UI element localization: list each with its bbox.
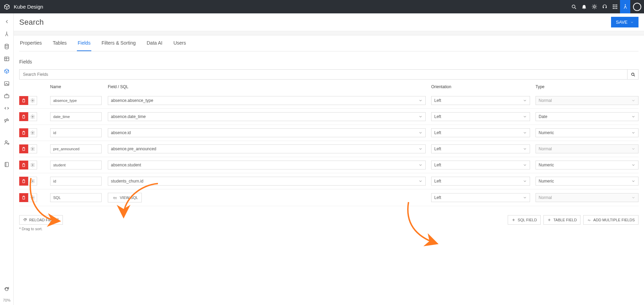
tab-users[interactable]: Users <box>173 35 187 51</box>
row-settings-button[interactable] <box>28 161 37 169</box>
type-select[interactable]: Numeric <box>536 161 639 169</box>
table-header: Name Field / SQL Orientation Type <box>19 80 639 93</box>
field-sql-select[interactable]: absence.absence_type <box>108 96 426 105</box>
col-field: Field / SQL <box>108 84 426 89</box>
field-name-input[interactable] <box>50 144 102 153</box>
left-rail: 70% <box>0 13 14 305</box>
rail-tables[interactable] <box>0 52 14 65</box>
field-name-input[interactable] <box>50 96 102 105</box>
tab-fields[interactable]: Fields <box>77 35 91 51</box>
orientation-select[interactable]: Left <box>431 144 530 153</box>
field-row: absence.pre_announcedLeftNormal <box>19 141 639 157</box>
topbar: Kube Design <box>0 0 644 13</box>
orientation-select[interactable]: Left <box>431 112 530 121</box>
add-sql-field-button[interactable]: SQL FIELD <box>508 215 541 225</box>
support-icon[interactable] <box>599 0 610 13</box>
field-row: absence.studentLeftNumeric <box>19 157 639 173</box>
tab-properties[interactable]: Properties <box>19 35 43 51</box>
footer: RELOAD FIELDS * Drag to sort. SQL FIELD … <box>19 215 639 231</box>
col-name: Name <box>50 84 108 89</box>
field-name-input[interactable] <box>50 193 102 202</box>
row-settings-button[interactable] <box>28 96 37 105</box>
orientation-select[interactable]: Left <box>431 193 530 202</box>
field-sql-select[interactable]: absence.student <box>108 161 426 169</box>
row-settings-button[interactable] <box>28 193 37 202</box>
tab-data-ai[interactable]: Data AI <box>146 35 163 51</box>
field-name-input[interactable] <box>50 161 102 169</box>
type-select[interactable]: Normal <box>536 96 639 105</box>
delete-row-button[interactable] <box>19 144 28 153</box>
page-title: Search <box>19 18 611 27</box>
field-row: absence.date_timeLeftDate <box>19 109 639 125</box>
type-select[interactable]: Normal <box>536 193 639 202</box>
delete-row-button[interactable] <box>19 112 28 121</box>
field-name-input[interactable] <box>50 177 102 186</box>
row-settings-button[interactable] <box>28 144 37 153</box>
orientation-select[interactable]: Left <box>431 177 530 186</box>
page-header: Search SAVE <box>14 13 644 31</box>
rail-back[interactable] <box>0 15 14 28</box>
reload-fields-button[interactable]: RELOAD FIELDS <box>19 215 63 225</box>
delete-row-button[interactable] <box>19 161 28 169</box>
section-title: Fields <box>19 59 639 64</box>
rail-tools[interactable] <box>0 114 14 127</box>
orientation-select[interactable]: Left <box>431 128 530 137</box>
add-table-field-button[interactable]: TABLE FIELD <box>543 215 580 225</box>
field-row: VIEW SQLLeftNormal <box>19 189 639 206</box>
orientation-select[interactable]: Left <box>431 161 530 169</box>
theme-icon[interactable] <box>589 0 599 13</box>
field-sql-select[interactable]: absence.id <box>108 128 426 137</box>
rail-briefcase[interactable] <box>0 90 14 102</box>
fields-search-button[interactable] <box>628 69 639 80</box>
app-title: Kube Design <box>14 4 43 10</box>
delete-row-button[interactable] <box>19 177 28 186</box>
delete-row-button[interactable] <box>19 96 28 105</box>
drag-hint: * Drag to sort. <box>19 227 63 231</box>
field-row: absence.idLeftNumeric <box>19 125 639 141</box>
rail-docs[interactable] <box>0 158 14 171</box>
tabs: PropertiesTablesFieldsFilters & SortingD… <box>19 35 639 51</box>
search-icon[interactable] <box>568 0 579 13</box>
field-row: absence.absence_typeLeftNormal <box>19 93 639 109</box>
field-name-input[interactable] <box>50 112 102 121</box>
type-select[interactable]: Normal <box>536 144 639 153</box>
rail-media[interactable] <box>0 77 14 90</box>
tab-tables[interactable]: Tables <box>52 35 67 51</box>
field-sql-select[interactable]: absence.date_time <box>108 112 426 121</box>
row-settings-button[interactable] <box>28 128 37 137</box>
rail-refresh[interactable] <box>0 283 14 295</box>
apps-icon[interactable] <box>610 0 620 13</box>
add-multiple-fields-button[interactable]: ADD MULTIPLE FIELDS <box>583 215 639 225</box>
zoom-percent: 70% <box>3 298 10 302</box>
type-select[interactable]: Numeric <box>536 177 639 186</box>
rail-database[interactable] <box>0 40 14 52</box>
delete-row-button[interactable] <box>19 128 28 137</box>
field-name-input[interactable] <box>50 128 102 137</box>
field-sql-select[interactable]: absence.pre_announced <box>108 144 426 153</box>
type-select[interactable]: Numeric <box>536 128 639 137</box>
col-type: Type <box>536 84 639 89</box>
avatar[interactable] <box>633 3 641 11</box>
rail-cube[interactable] <box>0 65 14 77</box>
tab-filters-sorting[interactable]: Filters & Sorting <box>101 35 137 51</box>
orientation-select[interactable]: Left <box>431 96 530 105</box>
field-row: students_churn.idLeftNumeric <box>19 173 639 189</box>
field-sql-select[interactable]: students_churn.id <box>108 177 426 186</box>
delete-row-button[interactable] <box>19 193 28 202</box>
rail-compass[interactable] <box>0 28 14 40</box>
fields-search-input[interactable] <box>19 69 628 80</box>
app-logo <box>0 3 14 10</box>
notifications-icon[interactable] <box>579 0 589 13</box>
type-select[interactable]: Date <box>536 112 639 121</box>
save-button[interactable]: SAVE <box>611 17 639 27</box>
row-settings-button[interactable] <box>28 177 37 186</box>
design-icon[interactable] <box>620 0 630 13</box>
row-settings-button[interactable] <box>28 112 37 121</box>
rail-code[interactable] <box>0 102 14 114</box>
col-orientation: Orientation <box>431 84 530 89</box>
rail-users[interactable] <box>0 136 14 149</box>
view-sql-button[interactable]: VIEW SQL <box>108 193 142 202</box>
